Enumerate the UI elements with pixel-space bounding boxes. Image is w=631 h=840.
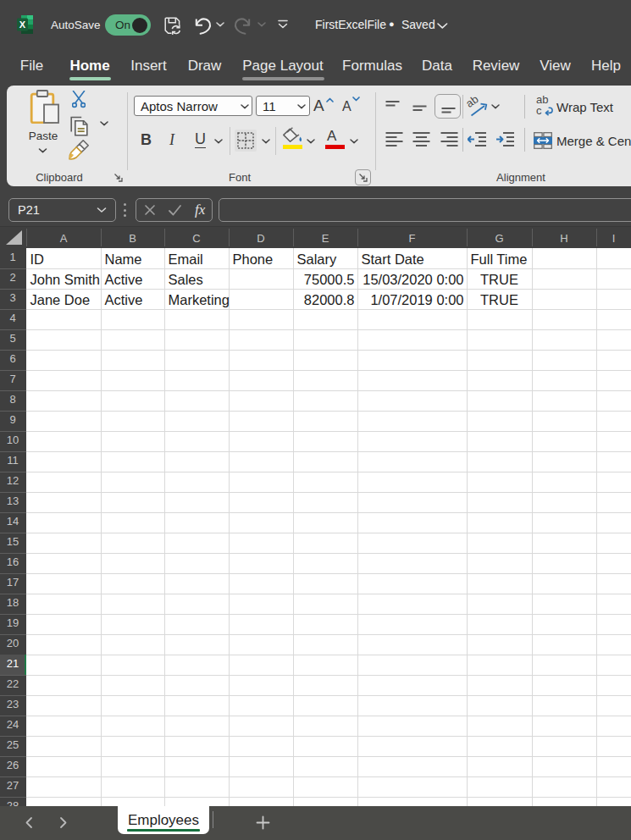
svg-text:X: X	[19, 19, 26, 30]
